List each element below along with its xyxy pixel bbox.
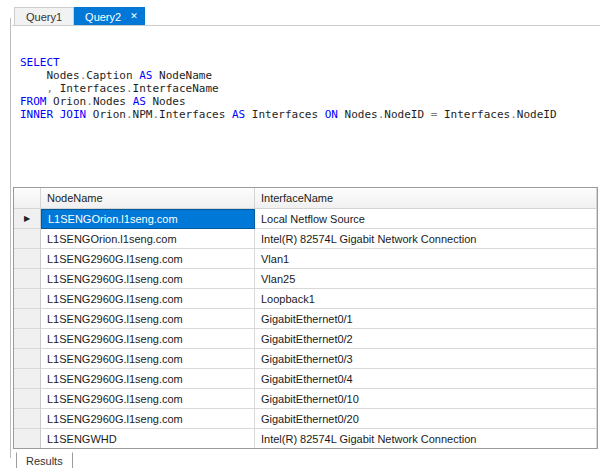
sql-token: Interfaces [159,108,225,121]
tab-query1-label: Query1 [26,11,62,23]
grid-body: ▶L1SENGOrion.l1seng.comLocal Netflow Sou… [14,209,597,449]
tab-query1[interactable]: Query1 [14,7,74,26]
sql-token: InterfaceName [133,82,219,95]
cell-nodename[interactable]: L1SENG2960G.l1seng.com [41,249,255,269]
table-row: L1SENG2960G.l1seng.comGigabitEthernet0/1… [14,389,597,409]
sql-token: Orion [86,108,126,121]
sql-token: Interfaces [437,108,510,121]
sql-token [424,108,431,121]
row-header[interactable]: ▶ [14,209,41,229]
cell-nodename[interactable]: L1SENG2960G.l1seng.com [41,349,255,369]
sql-token: Caption [86,69,132,82]
cell-nodename[interactable]: L1SENGOrion.l1seng.com [41,209,255,229]
table-row: L1SENG2960G.l1seng.comGigabitEthernet0/3 [14,349,597,369]
table-row: ▶L1SENGOrion.l1seng.comLocal Netflow Sou… [14,209,597,229]
sql-token: INNER JOIN [20,108,86,121]
sql-code-line: SELECT [20,56,600,69]
cell-nodename[interactable]: L1SENG2960G.l1seng.com [41,269,255,289]
row-header[interactable] [14,329,41,349]
grid-corner-cell[interactable] [14,188,41,209]
sql-editor-lines: SELECT Nodes.Caption AS NodeName , Inter… [20,56,600,121]
cell-nodename[interactable]: L1SENG2960G.l1seng.com [41,289,255,309]
sql-token: . [126,82,133,95]
sql-token: AS [133,95,146,108]
cell-nodename[interactable]: L1SENG2960G.l1seng.com [41,329,255,349]
cell-nodename[interactable]: L1SENGOrion.l1seng.com [41,229,255,249]
sql-token: Interfaces [245,108,324,121]
cell-interfacename[interactable]: Intel(R) 82574L Gigabit Network Connecti… [255,229,597,249]
tab-results-label: Results [26,455,63,467]
sql-code-line: FROM Orion.Nodes AS Nodes [20,95,600,108]
cell-interfacename[interactable]: GigabitEthernet0/4 [255,369,597,389]
row-header[interactable] [14,229,41,249]
cell-interfacename[interactable]: GigabitEthernet0/3 [255,349,597,369]
sql-token [20,69,47,82]
sql-token: AS [232,108,245,121]
table-row: L1SENG2960G.l1seng.comGigabitEthernet0/2… [14,409,597,429]
tab-results[interactable]: Results [16,452,73,468]
sql-token: FROM [20,95,47,108]
table-row: L1SENG2960G.l1seng.comVlan1 [14,249,597,269]
cell-interfacename[interactable]: GigabitEthernet0/20 [255,409,597,429]
sql-token: NodeName [152,69,212,82]
cell-interfacename[interactable]: GigabitEthernet0/1 [255,309,597,329]
sql-token: . [510,108,517,121]
row-header[interactable] [14,369,41,389]
cell-nodename[interactable]: L1SENG2960G.l1seng.com [41,409,255,429]
splitter-line[interactable] [10,18,11,458]
table-row: L1SENG2960G.l1seng.comVlan25 [14,269,597,289]
row-header[interactable] [14,429,41,449]
sql-token: . [126,108,133,121]
sql-token: Interfaces [53,82,126,95]
cell-interfacename[interactable]: Intel(R) 82574L Gigabit Network Connecti… [255,429,597,449]
sql-token: SELECT [20,56,60,69]
sql-token: Nodes [93,95,126,108]
cell-nodename[interactable]: L1SENG2960G.l1seng.com [41,309,255,329]
sql-token [126,95,133,108]
cell-interfacename[interactable]: Loopback1 [255,289,597,309]
column-header-interfacename[interactable]: InterfaceName [255,188,597,209]
sql-token: Orion [47,95,87,108]
cell-interfacename[interactable]: Local Netflow Source [255,209,597,229]
table-row: L1SENG2960G.l1seng.comGigabitEthernet0/4 [14,369,597,389]
table-row: L1SENG2960G.l1seng.comGigabitEthernet0/2 [14,329,597,349]
sql-token: NPM [133,108,153,121]
table-row: L1SENGOrion.l1seng.comIntel(R) 82574L Gi… [14,229,597,249]
row-header[interactable] [14,289,41,309]
sql-token: NodeID [517,108,557,121]
sql-token: AS [139,69,152,82]
column-header-nodename[interactable]: NodeName [41,188,255,209]
table-row: L1SENGWHDIntel(R) 82574L Gigabit Network… [14,429,597,449]
grid-header-row: NodeName InterfaceName [14,188,597,209]
sql-token [225,108,232,121]
close-icon[interactable]: ✕ [130,12,138,21]
cell-nodename[interactable]: L1SENG2960G.l1seng.com [41,369,255,389]
sql-token: NodeID [384,108,424,121]
sql-token: Nodes [146,95,186,108]
row-header[interactable] [14,309,41,329]
cell-interfacename[interactable]: GigabitEthernet0/2 [255,329,597,349]
cell-interfacename[interactable]: Vlan1 [255,249,597,269]
current-row-arrow-icon: ▶ [24,214,30,223]
sql-token: ON [325,108,338,121]
table-row: L1SENG2960G.l1seng.comLoopback1 [14,289,597,309]
table-row: L1SENG2960G.l1seng.comGigabitEthernet0/1 [14,309,597,329]
row-header[interactable] [14,349,41,369]
cell-interfacename[interactable]: Vlan25 [255,269,597,289]
cell-interfacename[interactable]: GigabitEthernet0/10 [255,389,597,409]
sql-code-line: INNER JOIN Orion.NPM.Interfaces AS Inter… [20,108,600,121]
tab-query2-label: Query2 [85,11,121,23]
sql-token: Nodes [338,108,378,121]
row-header[interactable] [14,389,41,409]
sql-token: Nodes [47,69,80,82]
results-grid: NodeName InterfaceName ▶L1SENGOrion.l1se… [13,187,598,449]
cell-nodename[interactable]: L1SENG2960G.l1seng.com [41,389,255,409]
row-header[interactable] [14,269,41,289]
row-header[interactable] [14,409,41,429]
row-header[interactable] [14,249,41,269]
cell-nodename[interactable]: L1SENGWHD [41,429,255,449]
tab-query2[interactable]: Query2 ✕ [74,7,145,26]
document-tab-bar: Query1 Query2 ✕ [14,6,145,26]
sql-editor[interactable]: SELECT Nodes.Caption AS NodeName , Inter… [12,25,600,180]
sql-code-line: Nodes.Caption AS NodeName [20,69,600,82]
